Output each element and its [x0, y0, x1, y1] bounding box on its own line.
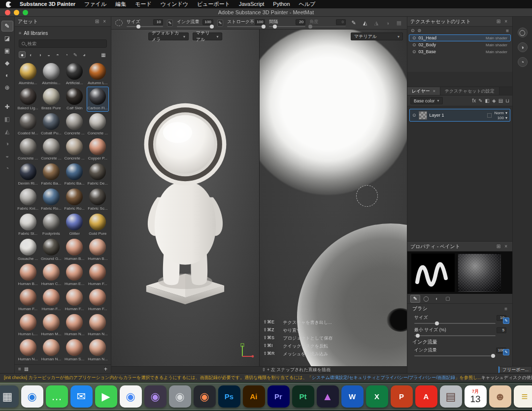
prop-flow-slider[interactable]	[414, 355, 496, 356]
flow-pen-pressure-toggle[interactable]: ✎	[503, 349, 509, 355]
dock-icon-mail[interactable]: ✉	[70, 385, 93, 408]
minimize-window-button[interactable]	[14, 10, 19, 15]
asset-search[interactable]	[19, 39, 107, 48]
layer-thumbnail[interactable]	[419, 111, 427, 120]
stroke-opacity-control[interactable]: ストローク不透明度100	[227, 19, 265, 27]
size-pressure-toggle[interactable]: ✎	[167, 20, 173, 27]
dock-icon-acrobat[interactable]: A	[415, 385, 437, 408]
menu-item[interactable]: ビューポート	[193, 0, 234, 8]
material-tile[interactable]: Fabric Ba...	[40, 162, 62, 187]
visibility-eye-icon[interactable]: ⊙	[412, 35, 416, 40]
size-slider[interactable]	[127, 26, 163, 27]
material-tile[interactable]: Glitter	[64, 212, 86, 237]
float-panel-icon[interactable]: ⊞	[93, 19, 101, 24]
smudge-tool[interactable]: ◐	[1, 70, 13, 81]
material-tile[interactable]: Brass Pure	[40, 87, 62, 112]
polygon-fill-tool[interactable]: ◆	[1, 58, 13, 68]
prop-min-size-slider[interactable]	[414, 335, 496, 336]
menu-item[interactable]: Python	[268, 0, 294, 8]
clone-tool[interactable]: ⊕	[1, 82, 13, 93]
material-tile[interactable]: Copper P...	[87, 137, 109, 162]
dock-icon-calendar[interactable]: 7月 13	[465, 385, 487, 408]
asset-filter-textures[interactable]: ◓	[54, 51, 61, 58]
symmetry-icon[interactable]: ◭	[1, 126, 13, 137]
material-tile[interactable]: Aluminiu...	[17, 62, 39, 87]
material-tile[interactable]: Human F...	[40, 287, 62, 313]
material-tile[interactable]: Artificial...	[64, 62, 86, 87]
brush-stroke-preview[interactable]	[411, 253, 455, 292]
zoom-window-button[interactable]	[23, 10, 28, 15]
menu-item[interactable]: JavaScript	[234, 0, 268, 8]
visibility-eye-icon[interactable]: ⊙	[412, 42, 416, 47]
brush-size-control[interactable]: サイズ10	[127, 19, 163, 27]
viewport-2d[interactable]: マテリアル ▾ ⇧⌘E テクスチャを書き出し... ⇧⌘Z やり直す	[260, 30, 407, 366]
flow-pressure-toggle[interactable]: ✎	[217, 20, 223, 27]
material-tile[interactable]: Human M...	[40, 313, 62, 338]
camera-select[interactable]: デフォルトカメラ ▾	[148, 32, 189, 40]
material-tile[interactable]: Human S...	[64, 338, 86, 363]
dock-icon-davinci-resolve[interactable]: ◉	[194, 385, 216, 408]
material-tile[interactable]: Footprints	[40, 212, 62, 237]
brush-material-preview[interactable]	[458, 253, 501, 292]
visibility-eye-icon[interactable]: ⊙	[412, 49, 416, 54]
add-folder-icon[interactable]: ▤	[499, 98, 503, 103]
section-menu-icon[interactable]: ≡	[504, 306, 507, 312]
close-panel-icon[interactable]: ×	[502, 19, 509, 24]
grid-view-icon[interactable]: ▦	[24, 366, 29, 372]
stroke-opacity-slider[interactable]	[227, 26, 265, 27]
search-input[interactable]	[28, 41, 104, 46]
material-tile[interactable]: Calf Skin	[64, 87, 86, 112]
dock-icon-launchpad[interactable]: ▦	[0, 385, 19, 408]
asset-filter-materials[interactable]: ◐	[28, 51, 34, 58]
material-tile[interactable]: Carbon Fi...	[87, 87, 109, 112]
material-tile[interactable]: Human F...	[87, 287, 109, 313]
dock-icon-print-studio-app[interactable]: ▤	[440, 385, 462, 408]
asset-filter-smart-masks[interactable]: ◒	[45, 51, 52, 58]
material-tile[interactable]: Concrete ...	[64, 137, 86, 162]
dock-icon-excel[interactable]: X	[366, 385, 388, 408]
flow-section-header[interactable]: インク流量	[407, 338, 512, 346]
dock-icon-photoshop[interactable]: Ps	[218, 385, 240, 408]
add-fill-layer-icon[interactable]: ◧	[485, 98, 490, 103]
material-tile[interactable]: Gold Pure	[87, 212, 109, 237]
float-panel-icon[interactable]: ⊞	[495, 244, 502, 249]
dock-icon-affinity-photo[interactable]: ▲	[317, 385, 339, 408]
paint-tool[interactable]: ✎	[1, 21, 13, 32]
brush-tab-icon[interactable]: ✎	[410, 295, 420, 303]
library-selector[interactable]: ≡ All libraries	[15, 29, 111, 37]
material-tile[interactable]: Fabric St...	[17, 212, 39, 237]
dock-icon-messages[interactable]: …	[46, 385, 68, 408]
menu-item[interactable]: Substance 3D Painter	[15, 0, 80, 8]
menu-item[interactable]: ウィンドウ	[156, 0, 193, 8]
float-panel-icon[interactable]: ⊞	[495, 19, 502, 24]
snap-icon[interactable]: ◑	[384, 19, 392, 27]
dock-icon-powerpoint[interactable]: P	[391, 385, 413, 408]
spacing-control[interactable]: 間隔20	[269, 19, 305, 27]
shadow-toggle-icon[interactable]: ◑	[518, 42, 528, 52]
viewer-settings-icon[interactable]: ◑	[1, 138, 13, 149]
close-tab-icon[interactable]: ×	[433, 89, 435, 94]
radial-symmetry-icon[interactable]: ◮	[372, 19, 380, 27]
asset-filter-brushes[interactable]: ✎	[72, 51, 79, 58]
layer-row[interactable]: ⊙ Layer 1 Norm ▾ 100	[409, 109, 510, 122]
asset-filter-smart-materials[interactable]: ◑	[36, 51, 43, 58]
display-mode-select-3d[interactable]: マテリアル ▾	[193, 32, 222, 40]
spacing-value[interactable]: 20	[296, 19, 305, 25]
dock-icon-portrait-photos-app[interactable]: ☻	[489, 385, 511, 408]
material-tile[interactable]: Concrete ...	[17, 137, 39, 162]
blend-mode-select[interactable]: Norm ▾	[494, 111, 507, 115]
stroke-opacity-value[interactable]: 100	[255, 19, 265, 25]
material-tile[interactable]: Fabric Ro...	[64, 187, 86, 212]
material-tile[interactable]: Human F...	[64, 287, 86, 313]
material-tile[interactable]: Baked Lig...	[17, 87, 39, 112]
environment-icon[interactable]: ◯	[518, 28, 528, 37]
dock-icon-final-cut-pro[interactable]: ◉	[144, 385, 166, 408]
texture-set-row[interactable]: ⊙ 01_Head Main shader	[409, 34, 511, 41]
add-paint-layer-icon[interactable]: ✎	[478, 98, 482, 103]
material-tile[interactable]: Fabric De...	[87, 162, 109, 187]
dock-icon-safari[interactable]: ◉	[21, 385, 43, 408]
material-tile[interactable]: Denim Ri...	[17, 162, 39, 187]
freeboard-tab[interactable]: フリーボー...	[499, 366, 532, 373]
history-icon[interactable]: ◔	[1, 163, 13, 174]
apple-menu-icon[interactable]	[6, 1, 11, 7]
